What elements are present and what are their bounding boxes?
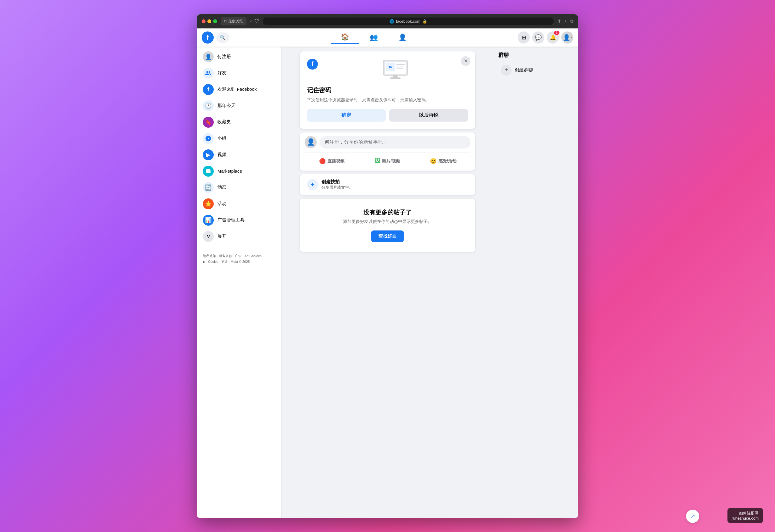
sidebar: 👤 何注册 好友 f 欢迎来到 Facebook 🕐 那年今天 xyxy=(197,47,282,518)
share-icon-button[interactable]: ↗ xyxy=(686,510,699,523)
chevron-down-icon: ▾ xyxy=(570,36,572,39)
sidebar-label-ads: 广告管理工具 xyxy=(218,217,245,223)
sidebar-item-video[interactable]: ▶ 视频 xyxy=(199,147,279,163)
watermark-line2: ruhezhuce.com xyxy=(732,516,759,521)
create-group-button[interactable]: + 创建群聊 xyxy=(498,62,573,78)
sidebar-item-user[interactable]: 👤 何注册 xyxy=(199,49,279,65)
shield-icon: 🛡 xyxy=(254,18,259,24)
sidebar-item-saved[interactable]: 🔖 收藏夹 xyxy=(199,114,279,130)
dialog-buttons: 确定 以后再说 xyxy=(307,109,468,122)
dialog-illustration: fb xyxy=(323,59,468,81)
feeling-activity-button[interactable]: 😊 感受/活动 xyxy=(416,155,470,167)
expand-sidebar-icon: ∨ xyxy=(203,231,214,242)
plus-icon: + xyxy=(311,181,314,188)
post-composer: 👤 何注册，分享你的新鲜事吧！ 🔴 直播视频 🖼 照片/视频 xyxy=(300,132,475,171)
browser-nav: ‹ 🛡 xyxy=(250,18,259,24)
ads-sidebar-icon: 📊 xyxy=(203,215,214,226)
sidebar-label-events: 活动 xyxy=(218,201,227,207)
dialog-fb-logo: f xyxy=(307,59,318,70)
composer-input[interactable]: 何注册，分享你的新鲜事吧！ xyxy=(320,136,470,149)
events-sidebar-icon: ⭐ xyxy=(203,198,214,209)
live-video-button[interactable]: 🔴 直播视频 xyxy=(305,155,359,167)
sidebar-item-ads[interactable]: 📊 广告管理工具 xyxy=(199,212,279,228)
nav-profile[interactable]: 👤 xyxy=(389,31,416,44)
address-text: facebook.com xyxy=(396,19,420,24)
marketplace-sidebar-icon xyxy=(203,166,214,177)
sidebar-label-saved: 收藏夹 xyxy=(218,119,231,125)
user-avatar-button[interactable]: 👤 ▾ xyxy=(561,31,573,44)
sidebar-item-groups[interactable]: 小组 xyxy=(199,131,279,146)
memories-sidebar-icon: 🕐 xyxy=(203,100,214,111)
composer-top: 👤 何注册，分享你的新鲜事吧！ xyxy=(305,136,470,149)
sidebar-item-expand[interactable]: ∨ 展开 xyxy=(199,229,279,244)
browser-actions: ⬆ + ⧉ xyxy=(557,18,573,24)
sidebar-label-facebook: 欢迎来到 Facebook xyxy=(218,86,257,92)
sidebar-footer: 隐私政策 · 服务条款 · 广告 · Ad Choices ▶ · Cookie… xyxy=(199,250,279,269)
nav-home[interactable]: 🏠 xyxy=(331,31,359,44)
svg-rect-7 xyxy=(393,75,397,78)
sidebar-item-facebook[interactable]: f 欢迎来到 Facebook xyxy=(199,82,279,97)
story-create[interactable]: + 创建快拍 分享照片或文字。 xyxy=(307,179,468,190)
sidebar-item-feeds[interactable]: 🔄 动态 xyxy=(199,180,279,195)
plus-symbol: + xyxy=(504,67,508,73)
grid-menu-button[interactable]: ⊞ xyxy=(518,31,530,44)
no-posts-title: 没有更多的帖子了 xyxy=(307,208,468,217)
confirm-button[interactable]: 确定 xyxy=(307,109,386,122)
password-dialog: ✕ f fb xyxy=(300,51,475,129)
story-plus-icon: + xyxy=(307,179,318,190)
close-button[interactable] xyxy=(202,19,206,23)
messenger-button[interactable]: 💬 xyxy=(532,31,544,44)
tab-label: 无痕浏览 xyxy=(228,19,243,24)
grid-icon: ⊞ xyxy=(521,34,526,41)
photo-video-button[interactable]: 🖼 照片/视频 xyxy=(360,155,415,167)
saved-sidebar-icon: 🔖 xyxy=(203,117,214,128)
home-icon: 🏠 xyxy=(341,33,349,41)
minimize-button[interactable] xyxy=(208,19,211,23)
dialog-close-button[interactable]: ✕ xyxy=(461,56,470,66)
notifications-button[interactable]: 🔔 1 xyxy=(547,31,559,44)
later-button[interactable]: 以后再说 xyxy=(389,109,468,122)
sidebar-label-user: 何注册 xyxy=(218,54,231,60)
maximize-button[interactable] xyxy=(213,19,217,23)
svg-rect-5 xyxy=(396,67,403,67)
windows-icon[interactable]: ⧉ xyxy=(570,18,573,24)
search-box[interactable]: 🔍 xyxy=(216,32,230,43)
photo-label: 照片/视频 xyxy=(382,158,400,164)
composer-avatar: 👤 xyxy=(305,136,317,148)
find-friends-button[interactable]: 查找好友 xyxy=(371,230,404,242)
sidebar-divider xyxy=(199,247,279,247)
sidebar-label-friends: 好友 xyxy=(218,70,227,76)
fb-logo[interactable]: f xyxy=(202,31,214,44)
tab-icon: □ xyxy=(224,19,227,23)
story-text: 创建快拍 分享照片或文字。 xyxy=(322,179,353,190)
sidebar-label-marketplace: Marketplace xyxy=(218,168,242,174)
profile-icon: 👤 xyxy=(398,34,407,41)
sidebar-item-events[interactable]: ⭐ 活动 xyxy=(199,196,279,212)
sidebar-item-marketplace[interactable]: Marketplace xyxy=(199,163,279,179)
new-tab-icon[interactable]: + xyxy=(564,18,567,24)
browser-chrome: □ 无痕浏览 ‹ 🛡 🌐 facebook.com 🔒 ⬆ + ⧉ xyxy=(197,14,578,28)
address-bar[interactable]: 🌐 facebook.com 🔒 xyxy=(263,18,554,25)
share-browser-icon[interactable]: ⬆ xyxy=(557,18,561,24)
fb-logo-letter: f xyxy=(207,34,209,41)
sidebar-label-feeds: 动态 xyxy=(218,184,227,190)
sidebar-item-memories[interactable]: 🕐 那年今天 xyxy=(199,98,279,114)
monitor-illustration: fb xyxy=(382,59,409,81)
back-button[interactable]: ‹ xyxy=(250,18,252,24)
nav-friends[interactable]: 👥 xyxy=(360,31,388,44)
group-chat-title: 群聊 xyxy=(498,51,573,59)
header-nav: 🏠 👥 👤 xyxy=(230,31,518,44)
facebook-sidebar-icon: f xyxy=(203,84,214,95)
live-label: 直播视频 xyxy=(328,158,345,164)
sidebar-item-friends[interactable]: 好友 xyxy=(199,65,279,81)
watermark-line1: 如何注册网 xyxy=(732,511,759,516)
share-icon: ↗ xyxy=(691,513,695,520)
notification-badge: 1 xyxy=(554,31,559,35)
photo-icon: 🖼 xyxy=(375,158,380,164)
groups-sidebar-icon xyxy=(203,133,214,144)
dialog-logo-letter: f xyxy=(312,60,314,67)
dialog-content: 记住密码 下次使用这个浏览器登录时，只需点击头像即可，无需输入密码。 确定 以后… xyxy=(307,86,468,122)
main-layout: 👤 何注册 好友 f 欢迎来到 Facebook 🕐 那年今天 xyxy=(197,47,578,518)
browser-tab[interactable]: □ 无痕浏览 xyxy=(221,17,247,25)
svg-rect-8 xyxy=(390,77,401,79)
